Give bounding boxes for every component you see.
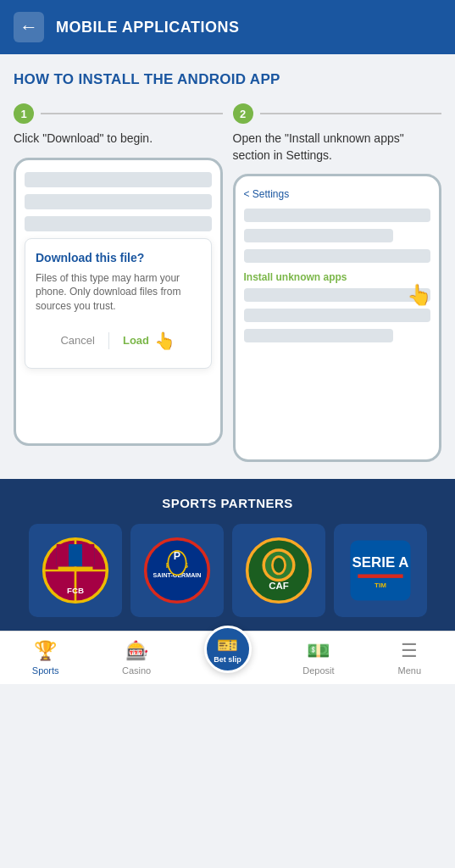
settings-back: < Settings	[244, 188, 431, 200]
nav-item-sports[interactable]: 🏆 Sports	[0, 632, 91, 684]
screen-bar-2	[25, 194, 212, 209]
bet-slip-circle: 🎫 Bet slip	[204, 626, 252, 673]
finger-icon-right: 👆	[407, 283, 432, 307]
svg-rect-17	[350, 541, 410, 601]
step-2-number-row: 2	[233, 103, 442, 124]
partner-card-psg: PARIS SAINT-GERMAIN P	[130, 524, 224, 617]
settings-bar-1	[244, 209, 431, 222]
download-dialog: Download this file? Files of this type m…	[25, 238, 212, 369]
psg-logo: PARIS SAINT-GERMAIN P	[143, 537, 211, 604]
download-dialog-title: Download this file?	[36, 251, 201, 264]
cancel-button[interactable]: Cancel	[47, 329, 108, 352]
steps-container: 1 Click "Download" to begin. Download th…	[14, 103, 441, 462]
svg-rect-3	[82, 544, 94, 567]
fcb-logo: FCB	[42, 537, 109, 604]
step-1: 1 Click "Download" to begin. Download th…	[14, 103, 223, 462]
nav-item-casino[interactable]: 🎰 Casino	[91, 632, 181, 684]
settings-bar-4	[244, 288, 431, 302]
svg-text:FCB: FCB	[66, 586, 83, 595]
sports-partners-title: SPORTS PARTNERS	[14, 496, 441, 510]
svg-point-15	[273, 558, 283, 573]
bottom-nav: 🏆 Sports 🎰 Casino 🎫 Bet slip 💵 Deposit ☰…	[0, 631, 455, 684]
step-2-description: Open the "Install unknown apps" section …	[233, 131, 442, 164]
step-2-line	[260, 113, 442, 114]
nav-item-menu[interactable]: ☰ Menu	[364, 632, 455, 684]
step-2-number: 2	[233, 103, 253, 124]
nav-label-casino: Casino	[122, 665, 151, 676]
step-1-number: 1	[14, 103, 34, 124]
header: ← MOBILE APPLICATIONS	[0, 0, 455, 54]
nav-label-betslip: Bet slip	[214, 655, 241, 664]
partner-card-caf: CAF	[232, 524, 325, 617]
finger-icon: 👆	[154, 331, 175, 351]
screen-bar-3	[25, 216, 212, 231]
step-1-description: Click "Download" to begin.	[14, 131, 223, 147]
screen-bar-1	[25, 172, 212, 187]
back-button[interactable]: ←	[14, 12, 44, 42]
svg-text:CAF: CAF	[269, 581, 289, 591]
download-actions: Cancel Load 👆	[36, 326, 201, 356]
page-section-title: HOW TO INSTALL THE ANDROID APP	[14, 71, 441, 88]
partner-card-seria: SERIE A TIM	[334, 524, 427, 617]
install-section: 👆	[244, 288, 431, 302]
partners-grid: FCB PARIS SAINT-GERMAIN P CAF	[14, 524, 441, 617]
nav-label-sports: Sports	[32, 665, 59, 676]
nav-label-deposit: Deposit	[302, 665, 334, 676]
step-1-phone-mockup: Download this file? Files of this type m…	[14, 158, 223, 446]
trophy-icon: 🏆	[34, 640, 57, 662]
install-unknown-label: Install unknown apps	[244, 271, 431, 283]
sports-partners-section: SPORTS PARTNERS FCB PARIS SAINT-GERMAIN	[0, 479, 455, 631]
main-content: HOW TO INSTALL THE ANDROID APP 1 Click "…	[0, 54, 455, 479]
svg-rect-4	[58, 567, 92, 571]
nav-label-menu: Menu	[398, 665, 422, 676]
deposit-icon: 💵	[307, 640, 330, 662]
step-1-number-row: 1	[14, 103, 223, 124]
step-2: 2 Open the "Install unknown apps" sectio…	[233, 103, 442, 462]
nav-item-betslip[interactable]: 🎫 Bet slip	[182, 632, 273, 684]
svg-text:TIM: TIM	[375, 582, 386, 590]
casino-icon: 🎰	[125, 640, 148, 662]
header-title: MOBILE APPLICATIONS	[56, 19, 240, 36]
svg-rect-2	[56, 544, 68, 567]
betslip-icon: 🎫	[217, 635, 238, 655]
caf-logo: CAF	[245, 537, 313, 604]
settings-bar-2	[244, 229, 393, 242]
seria-logo: SERIE A TIM	[347, 537, 414, 604]
step-2-phone-mockup: < Settings Install unknown apps 👆	[233, 174, 442, 462]
menu-icon: ☰	[401, 640, 418, 662]
partner-card-fcb: FCB	[29, 524, 122, 617]
nav-item-deposit[interactable]: 💵 Deposit	[273, 632, 363, 684]
settings-bar-6	[244, 329, 393, 342]
load-button[interactable]: Load 👆	[109, 326, 189, 356]
svg-text:SERIE A: SERIE A	[352, 554, 408, 570]
settings-bar-5	[244, 309, 431, 322]
step-1-line	[41, 113, 223, 114]
svg-text:P: P	[173, 550, 180, 562]
download-dialog-body: Files of this type may harm your phone. …	[36, 271, 201, 314]
settings-bar-3	[244, 249, 431, 263]
svg-rect-19	[358, 575, 402, 578]
